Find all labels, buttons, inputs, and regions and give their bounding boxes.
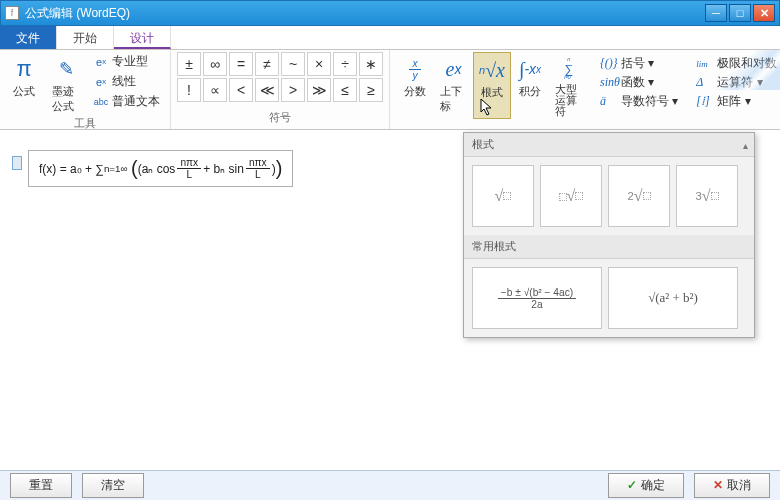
close-button[interactable]: ✕ [753,4,775,22]
function-button[interactable]: sinθ函数 ▾ [594,73,684,92]
title-bar: f 公式编辑 (WordEQ) ─ □ ✕ [0,0,780,26]
tab-design[interactable]: 设计 [114,26,171,49]
cross-icon: ✕ [713,478,723,492]
largeop-button[interactable]: ∑ni=0大型 运算符 [549,52,588,119]
symbol-cell[interactable]: ≫ [307,78,331,102]
group-label-tools: 工具 [74,116,96,130]
pi-icon: π [16,54,31,84]
radical-template-sqrt[interactable]: √ [472,165,534,227]
symbol-cell[interactable]: = [229,52,253,76]
radical-quadratic[interactable]: −b ± √(b² − 4ac)2a [472,267,602,329]
dropdown-header-radicals: 根式 [464,133,754,157]
accent-icon: ä [600,94,618,109]
equation-handle[interactable] [12,156,22,170]
symbol-cell[interactable]: ≠ [255,52,279,76]
radical-template-cuberoot[interactable]: 2√ [608,165,670,227]
symbol-cell[interactable]: ∝ [203,78,227,102]
maximize-button[interactable]: □ [729,4,751,22]
reset-button[interactable]: 重置 [10,473,72,498]
symbol-cell[interactable]: ≥ [359,78,383,102]
operator-button[interactable]: Δ运算符 ▾ [690,73,780,92]
ribbon-tabs: 文件 开始 设计 [0,26,780,50]
equation-box[interactable]: f(x) = a₀ + ∑n=1∞ ( (aₙ cos nπxL + bₙ si… [28,150,293,187]
footer-bar: 重置 清空 ✓确定 ✕取消 [0,470,780,500]
radical-icon: n√x [479,55,505,85]
symbol-cell[interactable]: > [281,78,305,102]
symbol-cell[interactable]: ∞ [203,52,227,76]
radical-dropdown: ▴ 根式 √ √ 2√ 3√ 常用根式 −b ± √(b² − 4ac)2a √… [463,132,755,338]
symbol-cell[interactable]: ! [177,78,201,102]
radical-button[interactable]: n√x根式 [473,52,511,119]
radical-pythagorean[interactable]: √(a² + b²) [608,267,738,329]
symbol-cell[interactable]: ∗ [359,52,383,76]
symbol-cell[interactable]: ± [177,52,201,76]
ink-formula-button[interactable]: ✎ 墨迹公式 [48,52,84,116]
group-label-symbols: 符号 [269,110,291,127]
integral-button[interactable]: ∫-xx积分 [511,52,549,119]
radical-template-cuberoot3[interactable]: 3√ [676,165,738,227]
radical-template-nthroot[interactable]: √ [540,165,602,227]
integral-icon: ∫-xx [519,54,541,84]
accent-button[interactable]: ä导数符号 ▾ [594,92,684,111]
text-icon: abc [94,95,108,109]
dropdown-header-common: 常用根式 [464,235,754,259]
group-symbols: ±∞=≠~×÷∗!∝<≪>≫≤≥ 符号 [171,50,390,129]
symbol-cell[interactable]: ≤ [333,78,357,102]
professional-button[interactable]: ex专业型 [90,52,164,71]
script-button[interactable]: ex上下标 [434,52,473,119]
formula-button[interactable]: π 公式 [6,52,42,101]
brackets-button[interactable]: {()}括号 ▾ [594,54,684,73]
plaintext-button[interactable]: abc普通文本 [90,92,164,111]
symbol-cell[interactable]: ~ [281,52,305,76]
tab-start[interactable]: 开始 [57,26,114,49]
tab-file[interactable]: 文件 [0,26,57,49]
cancel-button[interactable]: ✕取消 [694,473,770,498]
group-tools: π 公式 ✎ 墨迹公式 ex专业型 ex线性 abc普通文本 工具 [0,50,171,129]
matrix-button[interactable]: [⁞]矩阵 ▾ [690,92,780,111]
limit-button[interactable]: lim极限和对数 ▾ [690,54,780,73]
check-icon: ✓ [627,478,637,492]
app-icon: f [5,6,19,20]
scroll-up-icon[interactable]: ▴ [738,137,752,153]
matrix-icon: [⁞] [696,94,714,109]
linear-icon: ex [94,75,108,89]
fraction-button[interactable]: xy分数 [396,52,434,119]
group-structures: xy分数 ex上下标 n√x根式 ∫-xx积分 ∑ni=0大型 运算符 {()}… [390,50,780,129]
fraction-icon: xy [407,54,422,84]
symbol-cell[interactable]: < [229,78,253,102]
clear-button[interactable]: 清空 [82,473,144,498]
ink-icon: ✎ [59,54,74,84]
symbol-cell[interactable]: ≪ [255,78,279,102]
ribbon: π 公式 ✎ 墨迹公式 ex专业型 ex线性 abc普通文本 工具 ±∞=≠~×… [0,50,780,130]
symbol-cell[interactable]: ÷ [333,52,357,76]
brackets-icon: {()} [600,56,618,71]
sigma-icon: ∑ni=0 [564,54,573,84]
linear-button[interactable]: ex线性 [90,72,164,91]
operator-icon: Δ [696,75,714,90]
minimize-button[interactable]: ─ [705,4,727,22]
limit-icon: lim [696,59,714,69]
symbol-cell[interactable]: × [307,52,331,76]
pro-icon: ex [94,55,108,69]
window-title: 公式编辑 (WordEQ) [25,5,705,22]
editor-canvas[interactable]: f(x) = a₀ + ∑n=1∞ ( (aₙ cos nπxL + bₙ si… [0,130,780,470]
script-icon: ex [446,54,462,84]
ok-button[interactable]: ✓确定 [608,473,684,498]
symbols-grid: ±∞=≠~×÷∗!∝<≪>≫≤≥ [177,52,383,102]
function-icon: sinθ [600,75,618,90]
